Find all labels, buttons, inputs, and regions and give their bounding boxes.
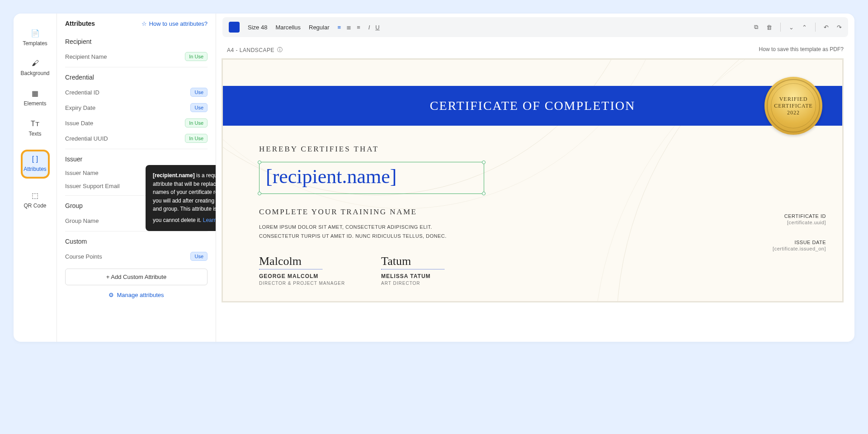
section-recipient: Recipient <box>65 32 208 49</box>
grid-icon: ▦ <box>32 89 38 98</box>
info-icon[interactable]: ⓘ <box>277 46 283 54</box>
nav-attributes[interactable]: [ ] Attributes <box>14 143 57 185</box>
font-weight-select[interactable]: Regular <box>309 24 330 31</box>
description-line-1[interactable]: LOREM IPSUM DOLOR SIT AMET, CONSECTETUR … <box>259 223 806 232</box>
section-issuer: Issuer <box>65 149 208 166</box>
resize-handle[interactable] <box>258 192 261 195</box>
signature-1[interactable]: Malcolm GEORGE MALCOLM DIRECTOR & PROJEC… <box>259 255 345 286</box>
brackets-icon: [ ] <box>32 155 38 163</box>
nav-label: Background <box>20 70 49 76</box>
align-center-icon[interactable]: ≣ <box>346 24 351 31</box>
section-credential: Credential <box>65 67 208 85</box>
manage-attributes-link[interactable]: ⚙ Manage attributes <box>65 285 208 300</box>
inuse-badge[interactable]: In Use <box>185 118 208 127</box>
resize-handle[interactable] <box>482 192 486 195</box>
attr-credential-uuid[interactable]: Credential UUID In Use <box>65 131 208 146</box>
nav-qrcode[interactable]: ⬚ QR Code <box>14 185 57 215</box>
attr-expiry-date[interactable]: Expiry Date Use <box>65 100 208 115</box>
nav-label: Templates <box>23 40 47 47</box>
font-size-select[interactable]: Size 48 <box>248 24 267 31</box>
qr-icon: ⬚ <box>32 191 38 200</box>
certificate-banner[interactable]: CERTIFICATE OF COMPLETION <box>223 86 842 126</box>
recipient-placeholder: [recipient.name] <box>266 165 397 188</box>
resize-handle[interactable] <box>258 160 261 164</box>
color-swatch[interactable] <box>229 22 240 33</box>
hereby-text[interactable]: HEREBY CERTIFIES THAT <box>259 145 806 154</box>
delete-icon[interactable]: 🗑 <box>766 24 772 31</box>
save-pdf-help-link[interactable]: How to save this template as PDF? <box>759 46 844 54</box>
nav-label: QR Code <box>24 203 46 209</box>
nav-label: Texts <box>28 131 41 137</box>
chevron-up-icon[interactable]: ⌃ <box>802 24 807 31</box>
description-line-2[interactable]: CONSECTETUR TURPIS UT AMET ID. NUNC RIDI… <box>259 232 806 241</box>
page-format-label: A4 - LANDSCAPE <box>227 47 274 53</box>
font-family-select[interactable]: Marcellus <box>275 24 301 31</box>
add-custom-attribute-button[interactable]: + Add Custom Attribute <box>65 269 208 285</box>
chevron-down-icon[interactable]: ⌄ <box>789 24 794 31</box>
align-right-icon[interactable]: ≡ <box>357 24 360 31</box>
help-link[interactable]: ☆ How to use attributes? <box>142 20 208 27</box>
learn-more-link[interactable]: Learn more <box>203 216 216 225</box>
text-icon: Tᴛ <box>31 119 39 128</box>
issue-date-meta[interactable]: ISSUE DATE [certificate.issued_on] <box>773 240 826 251</box>
canvas-area: Size 48 Marcellus Regular ≡ ≣ ≡ I U ⧉ 🗑 … <box>216 14 854 342</box>
nav-texts[interactable]: Tᴛ Texts <box>14 113 57 143</box>
nav-background[interactable]: 🖌 Background <box>14 53 57 83</box>
nav-elements[interactable]: ▦ Elements <box>14 83 57 113</box>
use-badge[interactable]: Use <box>190 103 208 112</box>
seal-badge[interactable]: VERIFIED CERTIFICATE 2022 <box>764 77 822 135</box>
nav-label: Attributes <box>24 166 47 172</box>
text-toolbar: Size 48 Marcellus Regular ≡ ≣ ≡ I U ⧉ 🗑 … <box>222 17 848 37</box>
inuse-badge[interactable]: In Use <box>185 134 208 143</box>
gear-icon: ⚙ <box>108 292 114 298</box>
file-icon: 📄 <box>31 29 40 38</box>
attr-issue-date[interactable]: Issue Date In Use <box>65 115 208 131</box>
italic-icon[interactable]: I <box>368 24 370 31</box>
attr-course-points[interactable]: Course Points Use <box>65 249 208 264</box>
section-custom: Custom <box>65 231 208 249</box>
signature-2[interactable]: Tatum MELISSA TATUM ART DIRECTOR <box>381 255 444 286</box>
brush-icon: 🖌 <box>32 59 39 67</box>
inuse-badge[interactable]: In Use <box>185 52 208 61</box>
attr-recipient-name[interactable]: Recipient Name In Use <box>65 49 208 64</box>
use-badge[interactable]: Use <box>190 88 208 97</box>
undo-icon[interactable]: ↶ <box>824 24 829 31</box>
app-frame: 📄 Templates 🖌 Background ▦ Elements Tᴛ T… <box>14 14 854 342</box>
panel-title: Attributes <box>65 20 95 27</box>
attr-credential-id[interactable]: Credential ID Use <box>65 85 208 100</box>
resize-handle[interactable] <box>482 160 486 164</box>
star-icon: ☆ <box>142 20 147 27</box>
nav-label: Elements <box>24 100 46 107</box>
recipient-name-field[interactable]: [recipient.name] <box>259 162 484 194</box>
attributes-panel: Attributes ☆ How to use attributes? Reci… <box>57 14 216 342</box>
training-name-text[interactable]: COMPLETE YOUR TRAINING NAME <box>259 208 806 217</box>
underline-icon[interactable]: U <box>375 24 379 31</box>
certificate-id-meta[interactable]: CERTIFICATE ID [certificate.uuid] <box>784 213 826 225</box>
nav-rail: 📄 Templates 🖌 Background ▦ Elements Tᴛ T… <box>14 14 57 342</box>
align-left-icon[interactable]: ≡ <box>338 24 341 31</box>
certificate-canvas[interactable]: CERTIFICATE OF COMPLETION VERIFIED CERTI… <box>222 58 844 302</box>
redo-icon[interactable]: ↷ <box>837 24 842 31</box>
recipient-tooltip: [recipient.name] is a required dynamic a… <box>146 165 216 231</box>
copy-icon[interactable]: ⧉ <box>754 24 758 31</box>
nav-templates[interactable]: 📄 Templates <box>14 23 57 53</box>
use-badge[interactable]: Use <box>190 252 208 261</box>
